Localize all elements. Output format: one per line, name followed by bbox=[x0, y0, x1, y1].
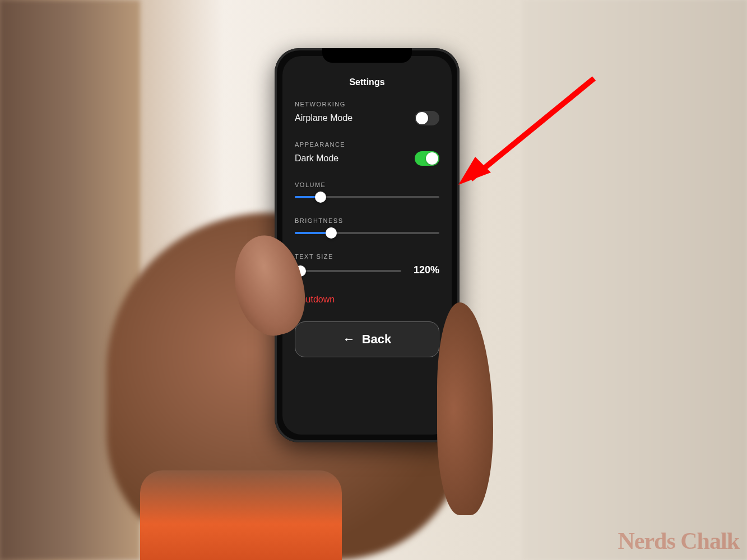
settings-screen: Settings NETWORKING Airplane Mode APPEAR… bbox=[282, 56, 452, 435]
dark-mode-label: Dark Mode bbox=[295, 153, 338, 164]
slider-thumb[interactable] bbox=[315, 192, 326, 203]
volume-label: VOLUME bbox=[295, 181, 439, 188]
brightness-slider[interactable] bbox=[295, 227, 439, 239]
airplane-mode-toggle[interactable] bbox=[415, 111, 439, 125]
watermark: Nerds Chalk bbox=[618, 528, 739, 554]
dark-mode-toggle[interactable] bbox=[415, 151, 439, 166]
dark-mode-row: Dark Mode bbox=[295, 151, 439, 166]
arrow-left-icon: ← bbox=[343, 333, 355, 346]
brightness-section: BRIGHTNESS bbox=[295, 217, 439, 239]
text-size-label: TEXT SIZE bbox=[295, 253, 439, 260]
section-networking-label: NETWORKING bbox=[295, 101, 439, 108]
airplane-mode-row: Airplane Mode bbox=[295, 111, 439, 125]
phone-screen: Settings NETWORKING Airplane Mode APPEAR… bbox=[282, 56, 452, 435]
toggle-knob bbox=[416, 112, 428, 124]
airplane-mode-label: Airplane Mode bbox=[295, 113, 352, 123]
text-size-slider[interactable] bbox=[295, 265, 401, 277]
shutdown-button[interactable]: Shutdown bbox=[295, 295, 439, 305]
slider-thumb[interactable] bbox=[326, 227, 337, 239]
volume-slider[interactable] bbox=[295, 192, 439, 203]
svg-marker-2 bbox=[458, 157, 491, 185]
phone-frame: Settings NETWORKING Airplane Mode APPEAR… bbox=[275, 48, 460, 442]
section-appearance-label: APPEARANCE bbox=[295, 141, 439, 148]
slider-track bbox=[295, 270, 401, 272]
page-title: Settings bbox=[295, 77, 439, 87]
text-size-section: TEXT SIZE 120% bbox=[295, 253, 439, 277]
hand-wrist bbox=[140, 470, 342, 560]
phone-notch bbox=[322, 48, 412, 63]
back-button[interactable]: ← Back bbox=[295, 321, 439, 357]
background-curtain-right bbox=[523, 0, 747, 560]
brightness-label: BRIGHTNESS bbox=[295, 217, 439, 224]
back-button-label: Back bbox=[362, 332, 392, 347]
toggle-knob bbox=[426, 152, 438, 165]
text-size-value: 120% bbox=[409, 264, 439, 276]
fingers-right bbox=[437, 302, 493, 515]
volume-section: VOLUME bbox=[295, 181, 439, 203]
